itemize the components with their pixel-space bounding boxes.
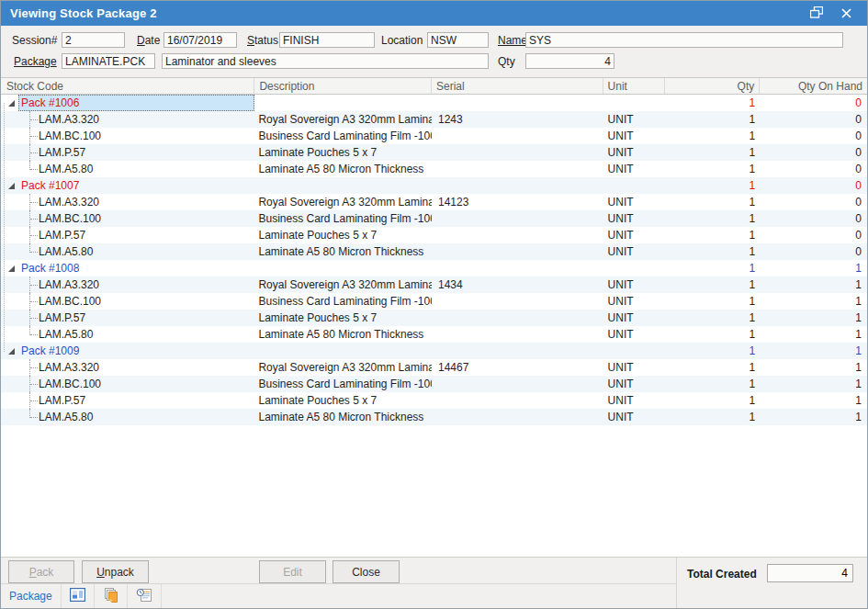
item-description-cell[interactable]: Laminate Pouches 5 x 7: [254, 310, 432, 326]
group-serial-cell[interactable]: [432, 177, 603, 194]
date-field[interactable]: [163, 32, 237, 48]
item-serial-cell[interactable]: [432, 210, 603, 227]
item-qty-cell[interactable]: 1: [665, 243, 760, 260]
group-row[interactable]: Pack #100811: [1, 260, 867, 276]
group-description-cell[interactable]: [254, 343, 432, 359]
package-field[interactable]: [62, 53, 155, 69]
item-serial-cell[interactable]: 14467: [432, 359, 603, 376]
item-qty-on-hand-cell[interactable]: 1: [760, 409, 867, 425]
item-stock-code-cell[interactable]: LAM.P.57: [1, 144, 254, 161]
item-row[interactable]: LAM.A5.80Laminate A5 80 Micron Thickness…: [1, 161, 867, 177]
session-field[interactable]: [62, 32, 125, 48]
expander-icon[interactable]: [8, 183, 15, 189]
item-serial-cell[interactable]: 1243: [432, 111, 603, 128]
item-description-cell[interactable]: Laminate Pouches 5 x 7: [254, 392, 432, 409]
package-description-field[interactable]: [162, 53, 489, 69]
item-unit-cell[interactable]: UNIT: [603, 326, 666, 343]
item-unit-cell[interactable]: UNIT: [603, 227, 666, 243]
item-qty-cell[interactable]: 1: [665, 376, 760, 392]
group-qty-cell[interactable]: 1: [665, 177, 760, 194]
item-qty-on-hand-cell[interactable]: 0: [760, 227, 867, 243]
item-stock-code-cell[interactable]: LAM.A5.80: [1, 409, 254, 425]
item-row[interactable]: LAM.A5.80Laminate A5 80 Micron Thickness…: [1, 409, 867, 425]
item-unit-cell[interactable]: UNIT: [603, 210, 666, 227]
group-qty-on-hand-cell[interactable]: 0: [760, 95, 867, 111]
item-description-cell[interactable]: Laminate A5 80 Micron Thickness: [254, 326, 432, 343]
group-label[interactable]: Pack #1007: [18, 177, 82, 194]
item-stock-code-cell[interactable]: LAM.P.57: [1, 227, 254, 243]
column-header-serial[interactable]: Serial: [432, 78, 603, 94]
item-qty-cell[interactable]: 1: [665, 293, 760, 310]
item-serial-cell[interactable]: [432, 409, 603, 425]
column-header-description[interactable]: Description: [254, 78, 432, 94]
restore-window-button[interactable]: [805, 5, 829, 23]
group-stock-code-cell[interactable]: Pack #1007: [1, 177, 254, 194]
item-qty-cell[interactable]: 1: [665, 326, 760, 343]
group-qty-cell[interactable]: 1: [665, 95, 760, 111]
group-unit-cell[interactable]: [603, 177, 666, 194]
item-unit-cell[interactable]: UNIT: [603, 376, 666, 392]
package-label[interactable]: Package: [14, 53, 57, 69]
name-field[interactable]: [525, 32, 843, 48]
item-row[interactable]: LAM.BC.100Business Card Laminating Film …: [1, 293, 867, 310]
item-description-cell[interactable]: Laminate Pouches 5 x 7: [254, 227, 432, 243]
column-header-stock-code[interactable]: Stock Code: [1, 78, 254, 94]
item-row[interactable]: LAM.BC.100Business Card Laminating Film …: [1, 376, 867, 392]
status-field[interactable]: [279, 32, 375, 48]
item-stock-code-cell[interactable]: LAM.A3.320: [1, 194, 254, 210]
item-qty-on-hand-cell[interactable]: 0: [760, 161, 867, 177]
item-qty-on-hand-cell[interactable]: 1: [760, 359, 867, 376]
group-row[interactable]: Pack #100610: [1, 95, 867, 111]
group-label[interactable]: Pack #1009: [18, 343, 82, 359]
group-description-cell[interactable]: [254, 260, 432, 276]
item-stock-code-cell[interactable]: LAM.BC.100: [1, 293, 254, 310]
item-unit-cell[interactable]: UNIT: [603, 276, 666, 293]
item-qty-cell[interactable]: 1: [665, 111, 760, 128]
item-serial-cell[interactable]: 1434: [432, 276, 603, 293]
group-stock-code-cell[interactable]: Pack #1009: [1, 343, 254, 359]
group-qty-cell[interactable]: 1: [665, 260, 760, 276]
column-header-qty-on-hand[interactable]: Qty On Hand: [760, 78, 867, 94]
item-serial-cell[interactable]: [432, 128, 603, 144]
item-serial-cell[interactable]: [432, 243, 603, 260]
group-unit-cell[interactable]: [603, 95, 666, 111]
item-qty-cell[interactable]: 1: [665, 409, 760, 425]
item-row[interactable]: LAM.A3.320Royal Sovereign A3 320mm Lamin…: [1, 111, 867, 128]
item-qty-on-hand-cell[interactable]: 0: [760, 128, 867, 144]
group-qty-on-hand-cell[interactable]: 0: [760, 177, 867, 194]
item-unit-cell[interactable]: UNIT: [603, 392, 666, 409]
item-row[interactable]: LAM.A5.80Laminate A5 80 Micron Thickness…: [1, 326, 867, 343]
item-qty-on-hand-cell[interactable]: 1: [760, 293, 867, 310]
item-stock-code-cell[interactable]: LAM.A5.80: [1, 161, 254, 177]
qty-field[interactable]: [525, 53, 614, 69]
item-qty-cell[interactable]: 1: [665, 310, 760, 326]
item-row[interactable]: LAM.P.57Laminate Pouches 5 x 7UNIT10: [1, 144, 867, 161]
item-unit-cell[interactable]: UNIT: [603, 409, 666, 425]
expander-icon[interactable]: [8, 348, 15, 355]
group-serial-cell[interactable]: [432, 343, 603, 359]
item-description-cell[interactable]: Royal Sovereign A3 320mm Laminator: [254, 276, 432, 293]
group-stock-code-cell[interactable]: Pack #1008: [1, 260, 254, 276]
item-row[interactable]: LAM.A5.80Laminate A5 80 Micron Thickness…: [1, 243, 867, 260]
total-created-field[interactable]: [767, 564, 853, 582]
group-serial-cell[interactable]: [432, 95, 603, 111]
item-unit-cell[interactable]: UNIT: [603, 111, 666, 128]
group-unit-cell[interactable]: [603, 260, 666, 276]
item-row[interactable]: LAM.P.57Laminate Pouches 5 x 7UNIT11: [1, 392, 867, 409]
group-description-cell[interactable]: [254, 95, 432, 111]
item-stock-code-cell[interactable]: LAM.A3.320: [1, 359, 254, 376]
item-stock-code-cell[interactable]: LAM.BC.100: [1, 128, 254, 144]
item-qty-cell[interactable]: 1: [665, 392, 760, 409]
tab-form-report[interactable]: [62, 584, 95, 608]
item-unit-cell[interactable]: UNIT: [603, 310, 666, 326]
group-unit-cell[interactable]: [603, 343, 666, 359]
expander-icon[interactable]: [8, 265, 15, 272]
item-description-cell[interactable]: Business Card Laminating Film -100 micro…: [254, 376, 432, 392]
item-stock-code-cell[interactable]: LAM.A3.320: [1, 276, 254, 293]
item-qty-cell[interactable]: 1: [665, 144, 760, 161]
item-qty-on-hand-cell[interactable]: 0: [760, 194, 867, 210]
item-qty-on-hand-cell[interactable]: 0: [760, 111, 867, 128]
item-stock-code-cell[interactable]: LAM.P.57: [1, 392, 254, 409]
item-qty-cell[interactable]: 1: [665, 161, 760, 177]
item-row[interactable]: LAM.A3.320Royal Sovereign A3 320mm Lamin…: [1, 276, 867, 293]
